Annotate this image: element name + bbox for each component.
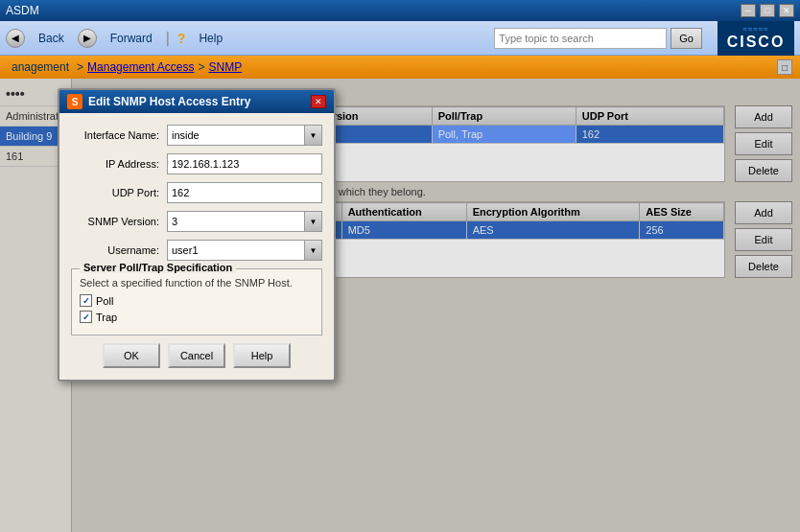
trap-checkbox-row: ✓ Trap <box>80 311 314 323</box>
ip-address-input[interactable] <box>167 153 322 174</box>
interface-name-dropdown-arrow[interactable]: ▼ <box>304 126 321 145</box>
udp-port-label: UDP Port: <box>71 187 167 198</box>
breadcrumb-close-button[interactable]: □ <box>777 59 792 75</box>
title-bar: ASDM ─ □ ✕ <box>0 0 800 21</box>
modal-overlay: S Edit SNMP Host Access Entry ✕ Interfac… <box>0 79 800 532</box>
snmp-version-label: SNMP Version: <box>71 216 167 227</box>
poll-checkbox-row: ✓ Poll <box>80 294 314 307</box>
breadcrumb-arrow1: > <box>77 60 83 74</box>
dialog-title-bar: S Edit SNMP Host Access Entry ✕ <box>59 90 334 113</box>
snmp-version-value: 3 <box>168 211 304 232</box>
search-input[interactable] <box>494 28 667 49</box>
main-content: •••• Administrator Building 9 161 nd man… <box>0 79 800 532</box>
username-select[interactable]: user1 ▼ <box>167 240 322 261</box>
dialog-title-text: S Edit SNMP Host Access Entry <box>67 94 250 109</box>
dialog: S Edit SNMP Host Access Entry ✕ Interfac… <box>58 88 336 382</box>
breadcrumb-arrow2: > <box>198 60 204 74</box>
forward-button[interactable]: Forward <box>105 30 158 47</box>
interface-name-row: Interface Name: inside ▼ <box>71 125 322 146</box>
ip-address-row: IP Address: <box>71 153 322 174</box>
close-button[interactable]: ✕ <box>779 4 794 17</box>
server-poll-section: Server Poll/Trap Specification Select a … <box>71 268 322 335</box>
ip-address-label: IP Address: <box>71 158 167 170</box>
interface-name-label: Interface Name: <box>71 129 167 141</box>
udp-port-control <box>167 182 322 203</box>
breadcrumb: anagement > Management Access > SNMP □ <box>0 56 800 79</box>
trap-label: Trap <box>96 312 117 323</box>
poll-checkbox[interactable]: ✓ <box>80 294 92 307</box>
username-control: user1 ▼ <box>167 240 322 261</box>
go-button[interactable]: Go <box>671 28 702 49</box>
title-bar-controls: ─ □ ✕ <box>741 4 794 17</box>
username-row: Username: user1 ▼ <box>71 240 322 261</box>
ok-button[interactable]: OK <box>103 343 160 368</box>
cisco-waves: ≈≈≈≈≈ <box>743 25 769 34</box>
server-description: Select a specified function of the SNMP … <box>80 277 314 289</box>
maximize-button[interactable]: □ <box>760 4 775 17</box>
username-dropdown-arrow[interactable]: ▼ <box>304 241 321 260</box>
breadcrumb-management-access[interactable]: Management Access <box>87 60 194 74</box>
title-bar-text: ASDM <box>6 4 39 17</box>
dialog-close-button[interactable]: ✕ <box>311 95 326 108</box>
breadcrumb-part1: anagement <box>12 60 69 74</box>
dialog-icon: S <box>67 94 82 109</box>
dialog-help-button[interactable]: Help <box>233 343 291 368</box>
help-icon: ? <box>177 31 186 46</box>
back-arrow-icon[interactable]: ◀ <box>6 29 25 48</box>
interface-name-value: inside <box>168 125 304 146</box>
dialog-body: Interface Name: inside ▼ IP Address: <box>59 113 334 380</box>
cisco-text: CISCO <box>727 34 786 51</box>
udp-port-input[interactable] <box>167 182 322 203</box>
snmp-version-select[interactable]: 3 ▼ <box>167 211 322 232</box>
help-button[interactable]: Help <box>193 30 228 47</box>
interface-name-control: inside ▼ <box>167 125 322 146</box>
username-value: user1 <box>168 240 304 261</box>
username-label: Username: <box>71 244 167 256</box>
dialog-buttons: OK Cancel Help <box>71 343 322 368</box>
snmp-version-control: 3 ▼ <box>167 211 322 232</box>
toolbar: ◀ Back ▶ Forward | ? Help Go ≈≈≈≈≈ CISCO <box>0 21 800 56</box>
poll-label: Poll <box>96 295 113 307</box>
snmp-version-dropdown-arrow[interactable]: ▼ <box>304 212 321 231</box>
cisco-logo: ≈≈≈≈≈ CISCO <box>718 21 794 56</box>
cancel-button[interactable]: Cancel <box>168 343 225 368</box>
search-area: Go <box>494 28 702 49</box>
back-button[interactable]: Back <box>33 30 70 47</box>
interface-name-select[interactable]: inside ▼ <box>167 125 322 146</box>
snmp-version-row: SNMP Version: 3 ▼ <box>71 211 322 232</box>
trap-check-mark: ✓ <box>82 312 90 322</box>
forward-arrow-icon[interactable]: ▶ <box>78 29 97 48</box>
breadcrumb-snmp[interactable]: SNMP <box>208 60 242 74</box>
minimize-button[interactable]: ─ <box>741 4 756 17</box>
server-section-title: Server Poll/Trap Specification <box>80 262 236 273</box>
poll-check-mark: ✓ <box>82 296 90 306</box>
udp-port-row: UDP Port: <box>71 182 322 203</box>
ip-address-control <box>167 153 322 174</box>
trap-checkbox[interactable]: ✓ <box>80 311 92 323</box>
